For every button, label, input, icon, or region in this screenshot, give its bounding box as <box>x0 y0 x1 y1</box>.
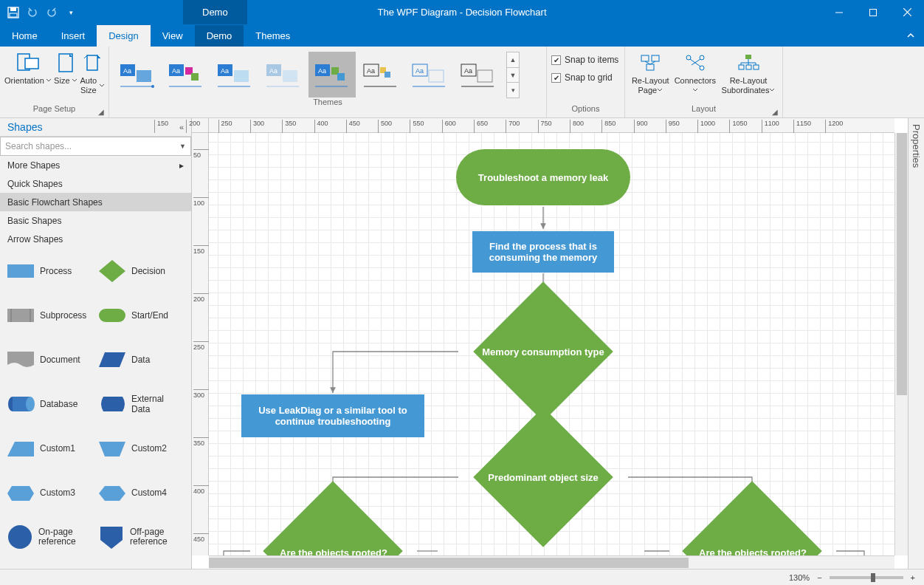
properties-label: Properties <box>911 118 922 168</box>
category-arrow-shapes[interactable]: Arrow Shapes <box>0 230 191 248</box>
shape-custom2[interactable]: Custom2 <box>97 434 185 462</box>
group-themes: Aa Aa Aa Aa Aa Aa Aa Aa ▲ ▼ ▾ Themes <box>109 47 547 117</box>
svg-marker-50 <box>99 260 125 282</box>
shape-onpage-ref[interactable]: On-page reference <box>6 523 93 551</box>
tab-view[interactable]: View <box>151 25 195 47</box>
shapes-collapse-icon[interactable]: « <box>179 123 184 131</box>
search-placeholder: Search shapes... <box>5 141 72 151</box>
redo-icon[interactable] <box>44 5 59 20</box>
search-dropdown-icon[interactable]: ▼ <box>179 143 186 150</box>
snap-to-items-checkbox[interactable]: ✔Snap to items <box>551 52 620 67</box>
zoom-value: 130% <box>789 573 810 582</box>
themes-group-label: Themes <box>313 98 342 106</box>
svg-rect-10 <box>87 55 97 70</box>
svg-text:Aa: Aa <box>221 67 229 75</box>
tab-themes[interactable]: Themes <box>244 25 302 47</box>
relayout-subordinates-button[interactable]: Re-Layout Subordinates <box>719 49 778 102</box>
node-find-process[interactable]: Find the process that is consuming the m… <box>472 231 614 273</box>
ribbon-collapse-icon[interactable] <box>897 27 924 47</box>
diagram-canvas[interactable]: Troubleshoot a memory leak Find the proc… <box>209 133 894 555</box>
shapes-search-input[interactable]: Search shapes... ▼ <box>0 137 191 156</box>
svg-text:Aa: Aa <box>367 67 375 75</box>
relayout-page-button[interactable]: Re-Layout Page <box>630 49 672 102</box>
node-start[interactable]: Troubleshoot a memory leak <box>456 149 630 205</box>
theme-expand[interactable]: ▾ <box>506 82 520 98</box>
ribbon-tab-strip: Home Insert Design View Demo Themes <box>0 24 924 47</box>
theme-scroll-up[interactable]: ▲ <box>506 52 520 68</box>
qat-dropdown-icon[interactable]: ▾ <box>63 5 78 20</box>
theme-item-6[interactable]: Aa <box>357 52 404 98</box>
shape-database[interactable]: Database <box>6 390 93 418</box>
theme-item-5[interactable]: Aa <box>308 52 356 98</box>
shape-external-data[interactable]: External Data <box>97 390 185 418</box>
shapes-panel: Shapes « Search shapes... ▼ More Shapes▸… <box>0 118 192 569</box>
snap-to-items-label: Snap to items <box>565 55 618 65</box>
shape-start-end[interactable]: Start/End <box>97 301 185 329</box>
snap-to-grid-checkbox[interactable]: ✔Snap to grid <box>551 70 620 85</box>
tab-demo[interactable]: Demo <box>195 25 244 47</box>
zoom-in-icon[interactable]: + <box>911 573 915 582</box>
svg-rect-40 <box>652 55 659 61</box>
tab-home[interactable]: Home <box>0 25 49 47</box>
theme-item-7[interactable]: Aa <box>406 52 453 98</box>
close-button[interactable] <box>890 0 924 24</box>
orientation-label: Orientation <box>4 76 44 86</box>
shape-decision[interactable]: Decision <box>97 257 185 285</box>
svg-rect-21 <box>234 70 249 82</box>
svg-point-14 <box>151 85 154 88</box>
shape-subprocess[interactable]: Subprocess <box>6 301 93 329</box>
size-button[interactable]: Size <box>53 49 78 102</box>
category-more-shapes[interactable]: More Shapes▸ <box>0 156 191 174</box>
svg-text:Aa: Aa <box>464 67 472 75</box>
maximize-button[interactable] <box>856 0 890 24</box>
context-tab-demo[interactable]: Demo <box>183 0 247 24</box>
shape-custom3[interactable]: Custom3 <box>6 479 93 507</box>
layout-dialog-icon[interactable]: ◢ <box>772 108 778 116</box>
scroll-thumb-v[interactable] <box>897 133 907 395</box>
node-predominant-size-label: Predominant object size <box>460 462 627 492</box>
shape-custom1[interactable]: Custom1 <box>6 434 93 462</box>
zoom-out-icon[interactable]: − <box>817 573 821 582</box>
svg-rect-45 <box>745 55 751 59</box>
theme-item-1[interactable]: Aa <box>114 52 161 98</box>
theme-item-8[interactable]: Aa <box>455 52 502 98</box>
shape-data[interactable]: Data <box>97 346 185 374</box>
shape-offpage-ref[interactable]: Off-page reference <box>97 523 185 551</box>
zoom-slider[interactable] <box>830 576 903 579</box>
zoom-slider-thumb[interactable] <box>871 573 875 582</box>
group-page-setup: Orientation Size Auto Size Page Setup◢ <box>0 47 109 117</box>
ruler-vertical: 50100150200250300350400450 <box>192 133 209 555</box>
connectors-label: Connectors <box>675 76 716 85</box>
ribbon: Orientation Size Auto Size Page Setup◢ A… <box>0 47 924 118</box>
scrollbar-horizontal[interactable] <box>209 555 894 569</box>
properties-panel-collapsed[interactable]: Properties <box>908 118 924 569</box>
undo-icon[interactable] <box>25 5 40 20</box>
shape-document[interactable]: Document <box>6 346 93 374</box>
size-label: Size <box>54 76 69 86</box>
svg-rect-13 <box>137 70 151 82</box>
category-basic-flowchart[interactable]: Basic Flowchart Shapes <box>0 193 191 211</box>
theme-item-2[interactable]: Aa <box>162 52 210 98</box>
category-quick-shapes[interactable]: Quick Shapes <box>0 174 191 193</box>
node-leakdiag[interactable]: Use LeakDiag or a similar tool to contin… <box>241 394 424 437</box>
shape-custom4[interactable]: Custom4 <box>97 479 185 507</box>
tab-insert[interactable]: Insert <box>49 25 97 47</box>
theme-item-4[interactable]: Aa <box>260 52 307 98</box>
theme-item-3[interactable]: Aa <box>211 52 258 98</box>
theme-scroll-down[interactable]: ▼ <box>506 67 520 83</box>
category-basic-shapes[interactable]: Basic Shapes <box>0 211 191 230</box>
auto-size-button[interactable]: Auto Size <box>80 49 105 102</box>
minimize-button[interactable] <box>822 0 856 24</box>
quick-access-toolbar: ▾ <box>0 5 84 20</box>
scrollbar-vertical[interactable] <box>894 133 908 555</box>
shape-process[interactable]: Process <box>6 257 93 285</box>
scroll-thumb-h[interactable] <box>209 558 689 568</box>
tab-design[interactable]: Design <box>97 25 150 47</box>
svg-rect-28 <box>337 73 345 81</box>
page-setup-dialog-icon[interactable]: ◢ <box>98 108 104 116</box>
connectors-button[interactable]: Connectors <box>673 49 717 102</box>
save-icon[interactable] <box>6 5 21 20</box>
svg-text:Aa: Aa <box>269 67 277 75</box>
svg-text:Aa: Aa <box>123 67 131 75</box>
orientation-button[interactable]: Orientation <box>4 49 52 102</box>
